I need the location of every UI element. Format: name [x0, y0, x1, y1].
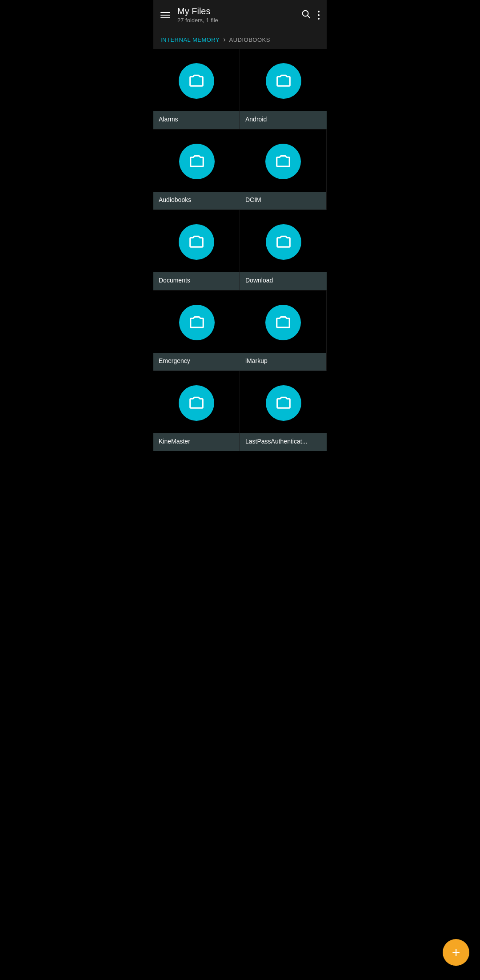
folder-icon-area: [153, 290, 240, 353]
header-icons: [301, 9, 320, 21]
folder-label-download: Download: [240, 272, 327, 290]
breadcrumb-current: AUDIOBOOKS: [229, 36, 270, 43]
folder-icon-circle: [266, 385, 301, 421]
folder-item-kinemaster[interactable]: KineMaster: [153, 371, 240, 451]
menu-icon[interactable]: [160, 12, 170, 18]
breadcrumb: INTERNAL MEMORY › AUDIOBOOKS: [153, 30, 327, 49]
folder-item-imarkup[interactable]: iMarkup: [240, 290, 327, 371]
folder-icon-area: [240, 290, 326, 353]
folder-icon-area: [240, 210, 327, 272]
folder-item-lastpass[interactable]: LastPassAuthenticat...: [240, 371, 327, 451]
folder-item-audiobooks[interactable]: Audiobooks: [153, 129, 240, 210]
more-options-icon[interactable]: [318, 11, 320, 20]
folder-item-emergency[interactable]: Emergency: [153, 290, 240, 371]
header-title-block: My Files 27 folders, 1 file: [177, 6, 294, 24]
folder-label-alarms: Alarms: [153, 111, 240, 129]
folder-icon-circle: [179, 144, 215, 179]
folder-item-documents[interactable]: Documents: [153, 210, 240, 290]
folder-icon-area: [240, 49, 327, 111]
folder-item-download[interactable]: Download: [240, 210, 327, 290]
folder-icon-area: [240, 129, 326, 192]
folder-icon-circle: [266, 63, 301, 99]
folder-label-kinemaster: KineMaster: [153, 433, 240, 451]
page-subtitle: 27 folders, 1 file: [177, 17, 294, 24]
folder-item-android[interactable]: Android: [240, 49, 327, 129]
folder-item-alarms[interactable]: Alarms: [153, 49, 240, 129]
folder-label-android: Android: [240, 111, 327, 129]
folder-label-documents: Documents: [153, 272, 240, 290]
app-header: My Files 27 folders, 1 file: [153, 0, 327, 30]
folder-icon-circle: [265, 144, 301, 179]
folder-label-imarkup: iMarkup: [240, 353, 326, 371]
folder-label-emergency: Emergency: [153, 353, 240, 371]
folder-icon-circle: [179, 224, 214, 260]
search-icon[interactable]: [301, 9, 311, 21]
folder-icon-circle: [179, 305, 215, 340]
folder-icon-circle: [179, 63, 214, 99]
folder-grid: Alarms Android Audiobooks: [153, 49, 327, 451]
page-title: My Files: [177, 6, 294, 16]
breadcrumb-internal-memory[interactable]: INTERNAL MEMORY: [160, 36, 220, 43]
folder-icon-area: [153, 129, 240, 192]
folder-icon-area: [153, 210, 240, 272]
folder-icon-circle: [266, 224, 301, 260]
folder-icon-circle: [179, 385, 214, 421]
folder-icon-area: [153, 371, 240, 433]
folder-label-audiobooks: Audiobooks: [153, 192, 240, 210]
folder-icon-area: [240, 371, 327, 433]
folder-item-dcim[interactable]: DCIM: [240, 129, 327, 210]
folder-icon-area: [153, 49, 240, 111]
folder-label-dcim: DCIM: [240, 192, 326, 210]
breadcrumb-chevron-icon: ›: [223, 36, 225, 44]
svg-line-1: [308, 16, 310, 18]
folder-icon-circle: [265, 305, 301, 340]
folder-label-lastpass: LastPassAuthenticat...: [240, 433, 327, 451]
